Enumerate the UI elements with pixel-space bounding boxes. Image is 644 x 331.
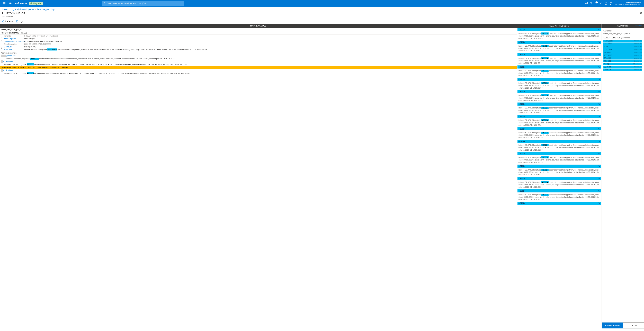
edit-icon[interactable]: ✎ — [598, 128, 600, 130]
cloud-shell-icon[interactable] — [585, 2, 588, 5]
field-name[interactable]: SourceSystem — [4, 38, 23, 40]
grip-icon[interactable] — [1, 69, 3, 72]
summary-bar[interactable]: 83.18766(1 matches) — [604, 66, 642, 68]
main-example-body[interactable]: FILTER FIELD NAME VALUE TenantId:54f950f… — [0, 31, 517, 328]
additional-example-value[interactable]: latitude:-22.90906,longitude:-47.06455,d… — [0, 57, 517, 60]
close-icon[interactable]: × — [640, 11, 642, 15]
field-value[interactable]: :honeypot-vm2 — [23, 46, 516, 48]
result-header[interactable]: 4.87324✎ — [518, 103, 601, 106]
edit-icon[interactable]: ✎ — [598, 202, 600, 204]
filter-checkbox[interactable] — [1, 38, 4, 40]
edit-icon[interactable]: ✎ — [598, 153, 600, 155]
summary-bar[interactable]: -0.84737(1 matches) — [604, 51, 642, 54]
filter-checkbox[interactable] — [1, 46, 4, 48]
edit-icon[interactable]: ✎ — [598, 29, 600, 31]
account-block[interactable]: aherlac@wgu.edu WESTERN GOVERNORS UNIVER… — [615, 1, 641, 6]
grip-icon[interactable] — [1, 60, 3, 63]
logs-button[interactable]: Logs — [16, 20, 24, 23]
result-body[interactable]: latitude:52.37018,longitude:4.87324,dest… — [518, 193, 601, 202]
edit-icon[interactable]: ✎ — [598, 54, 600, 56]
field-value[interactable]: :AOI-54f950ff-b491-4b69-8ee5-2feb71bdbca… — [23, 40, 516, 42]
field-name[interactable]: RawData — [4, 49, 23, 51]
result-body[interactable]: latitude:52.37018,longitude:4.87324,dest… — [518, 106, 601, 115]
breadcrumb-logs[interactable]: law-honeypot | Logs — [37, 8, 55, 11]
result-body[interactable]: latitude:52.37018,longitude:4.87324,dest… — [518, 69, 601, 78]
result-header[interactable]: 4.87324✎ — [518, 28, 601, 31]
edit-icon[interactable]: ✎ — [598, 66, 600, 68]
edit-icon[interactable]: ✎ — [598, 190, 600, 192]
notifications-icon[interactable]: 1 — [595, 2, 597, 5]
edit-icon[interactable]: ✎ — [598, 91, 600, 93]
field-value[interactable]: :latitude:47.91542,longitude:-120.60306,… — [23, 49, 516, 51]
more-icon[interactable]: … — [27, 12, 29, 15]
upgrade-button[interactable]: Upgrade — [29, 2, 43, 5]
edit-icon[interactable]: ✎ — [598, 177, 600, 180]
field-value[interactable]: :OpsManager — [23, 38, 516, 40]
summary-bar[interactable]: -120.60306(1 matches) — [604, 40, 642, 42]
result-header[interactable]: 4.87324✎ — [518, 66, 601, 69]
result-body[interactable]: latitude:52.37018,longitude:4.87324,dest… — [518, 144, 601, 152]
breadcrumb-home[interactable]: Home — [2, 8, 8, 11]
edit-icon[interactable]: ✎ — [598, 140, 600, 142]
summary-bar[interactable]: 100.28333(1 matches) — [604, 54, 642, 57]
brand-label[interactable]: Microsoft Azure — [9, 2, 27, 5]
result-header[interactable]: 4.87324✎ — [518, 127, 601, 130]
result-header[interactable]: 4.87324✎ — [518, 202, 601, 205]
edit-icon[interactable]: ✎ — [598, 78, 600, 81]
result-header[interactable]: 4.87324✎ — [518, 115, 601, 118]
hamburger-menu[interactable] — [1, 1, 7, 6]
summary-bar[interactable]: 23.34929(1 matches) — [604, 57, 642, 60]
filter-icon[interactable] — [590, 2, 592, 5]
settings-icon[interactable] — [600, 2, 602, 5]
help-icon[interactable]: ? — [604, 2, 607, 5]
field-name[interactable]: ManagementGroupName — [4, 40, 23, 42]
result-header[interactable]: 4.87324✎ — [518, 140, 601, 143]
result-body[interactable]: latitude:52.37018,longitude:4.87324,dest… — [518, 32, 601, 41]
result-body[interactable]: latitude:52.37018,longitude:4.87324,dest… — [518, 156, 601, 165]
radio-icon[interactable] — [4, 70, 5, 71]
field-name[interactable]: Computer — [4, 46, 23, 48]
summary-bar[interactable]: -74.00714(1 matches) — [604, 48, 642, 51]
result-header[interactable]: 4.87324✎ — [518, 90, 601, 93]
rawdata-link[interactable]: RawData — [6, 69, 13, 71]
result-header[interactable]: 4.87324✎ — [518, 152, 601, 155]
result-header[interactable]: 4.87324✎ — [518, 165, 601, 168]
save-extraction-button[interactable]: Save extraction — [602, 322, 623, 328]
additional-example-value[interactable]: latitude:52.37018,longitude:4.87324,dest… — [0, 72, 517, 75]
grip-icon[interactable] — [1, 55, 3, 57]
radio-icon[interactable] — [6, 55, 8, 57]
summary-bar[interactable]: 27.95136(1 matches) — [604, 69, 642, 71]
result-header[interactable]: 4.87324✎ — [518, 189, 601, 192]
search-results-body[interactable]: 4.87324✎latitude:52.37018,longitude:4.87… — [517, 28, 602, 328]
hide-tip-link[interactable]: [-] hide tip — [636, 25, 643, 26]
result-body[interactable]: latitude:52.37018,longitude:4.87324,dest… — [518, 57, 601, 66]
cancel-button[interactable]: Cancel — [623, 322, 644, 328]
edit-icon[interactable]: ✎ — [598, 41, 600, 43]
edit-icon[interactable]: ✎ — [598, 103, 600, 105]
filter-checkbox[interactable] — [1, 49, 4, 51]
global-search-input[interactable] — [102, 1, 184, 6]
result-header[interactable]: 4.87324✎ — [518, 53, 601, 56]
result-header[interactable]: 4.87324✎ — [518, 41, 601, 44]
summary-bar[interactable]: 4.89517(1 matches) — [604, 45, 642, 48]
summary-bar[interactable]: 37.54693(1 matches) — [604, 60, 642, 62]
result-body[interactable]: latitude:52.37018,longitude:4.87324,dest… — [518, 119, 601, 127]
summary-bar[interactable]: 4.87324(86 matches) — [604, 63, 642, 65]
rawdata-link[interactable]: RawData — [8, 55, 16, 57]
breadcrumb-workspaces[interactable]: Log Analytics workspaces — [11, 8, 34, 11]
result-header[interactable]: 4.87324✎ — [518, 177, 601, 180]
result-body[interactable]: latitude:52.37018,longitude:4.87324,dest… — [518, 82, 601, 90]
summary-bar[interactable]: -47.06455(1 matches) — [604, 43, 642, 45]
result-body[interactable]: latitude:52.37018,longitude:4.87324,dest… — [518, 181, 601, 189]
result-body[interactable]: latitude:52.37018,longitude:4.87324,dest… — [518, 131, 601, 140]
feedback-icon[interactable] — [610, 2, 612, 5]
filter-checkbox[interactable] — [1, 40, 4, 42]
edit-icon[interactable]: ✎ — [598, 115, 600, 118]
refresh-button[interactable]: Refresh — [2, 20, 13, 23]
result-header[interactable]: 4.87324✎ — [518, 78, 601, 81]
result-body[interactable]: latitude:52.37018,longitude:4.87324,dest… — [518, 44, 601, 53]
field-value[interactable]: :54f950ff-b491-4b69-8ee5-2feb71bdbca8 — [23, 35, 516, 37]
additional-example-value[interactable]: latitude:52.37022,longitude:4.89517,dest… — [0, 63, 517, 66]
grip-icon[interactable] — [4, 55, 6, 57]
filter-checkbox[interactable] — [1, 35, 4, 37]
